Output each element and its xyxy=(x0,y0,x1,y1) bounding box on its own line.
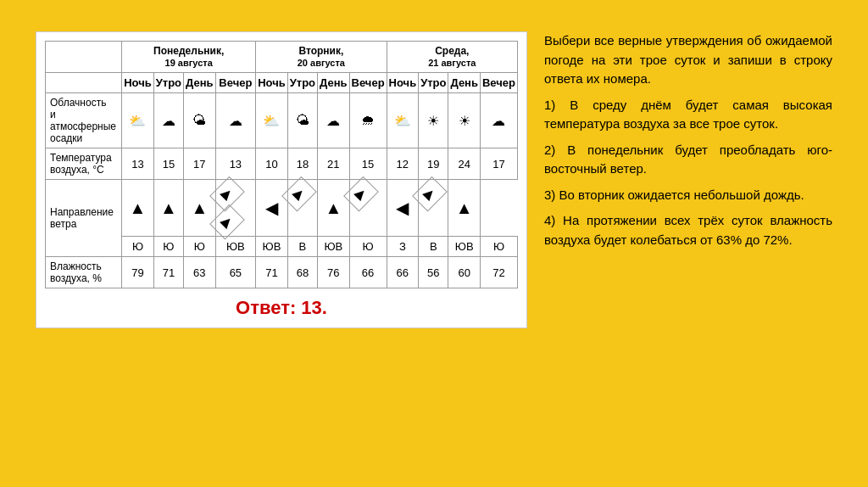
hum-2-2: 68 xyxy=(287,257,317,288)
wind-3-4: Ю xyxy=(480,237,517,257)
answer-section: Ответ: 13. xyxy=(45,297,518,319)
temp-1-3: 17 xyxy=(184,148,216,180)
cloud-1-3: 🌤 xyxy=(184,93,216,148)
item-2: 2) В понедельник будет преобладать юго-в… xyxy=(544,141,832,179)
day-header-1: Понедельник,19 августа xyxy=(122,42,256,73)
temp-3-1: 12 xyxy=(387,148,419,180)
wind-2-1: ЮВ xyxy=(256,237,288,257)
time-1-2: Утро xyxy=(153,73,183,93)
wind-2-2: В xyxy=(287,237,317,257)
cloud-3-2: ☀ xyxy=(419,93,448,148)
temp-3-3: 24 xyxy=(448,148,481,180)
hum-3-4: 72 xyxy=(480,257,517,288)
humidity-row: Влажностьвоздуха, % 79 71 63 65 71 68 76… xyxy=(46,257,518,288)
hum-3-2: 56 xyxy=(419,257,448,288)
wind-1-4: ЮВ xyxy=(215,237,256,257)
time-2-1: Ночь xyxy=(256,73,288,93)
day-header-3: Среда,21 августа xyxy=(387,42,517,73)
cloud-2-3: ☁ xyxy=(318,93,350,148)
cloud-2-4: 🌧 xyxy=(349,93,387,148)
question-title: Выбери все верные утверждения об ожидаем… xyxy=(544,31,832,89)
wind-1-2: Ю xyxy=(153,237,183,257)
wind-2-3: ЮВ xyxy=(318,237,350,257)
item-3: 3) Во вторник ожидается небольшой дождь. xyxy=(544,186,832,205)
wind-3-3: ЮВ xyxy=(448,237,481,257)
wind-arrow-row: Направлениеветра ▲ ▲ ▲ ▲ ▲ ◀ ▲ ▲ ▲ ◀ ▲ ▲ xyxy=(46,180,518,237)
hum-2-3: 76 xyxy=(318,257,350,288)
temp-2-2: 18 xyxy=(287,148,317,180)
arrow-1-1: ▲ xyxy=(122,180,154,237)
hum-3-3: 60 xyxy=(448,257,481,288)
cloud-label: Облачностьи атмосферныеосадки xyxy=(46,93,122,148)
temp-3-2: 19 xyxy=(419,148,448,180)
temp-2-1: 10 xyxy=(256,148,288,180)
cloud-1-1: ⛅ xyxy=(122,93,154,148)
wind-3-2: В xyxy=(419,237,448,257)
hum-1-2: 71 xyxy=(153,257,183,288)
wind-label: Направлениеветра xyxy=(46,180,122,257)
arrow-1-3: ▲ xyxy=(184,180,216,237)
main-container: Понедельник,19 августа Вторник,20 август… xyxy=(19,14,849,473)
temp-2-4: 15 xyxy=(349,148,387,180)
item-4: 4) На протяжении всех трёх суток влажнос… xyxy=(544,211,832,249)
sub-empty xyxy=(46,73,122,93)
arrow-3-4: ▲ xyxy=(448,180,481,237)
arrow-3-2: ◀ xyxy=(387,180,419,237)
arrow-2-2: ◀ xyxy=(256,180,288,237)
time-1-4: Вечер xyxy=(215,73,256,93)
time-3-1: Ночь xyxy=(387,73,419,93)
day-header-2: Вторник,20 августа xyxy=(256,42,387,73)
cloud-2-2: 🌤 xyxy=(287,93,317,148)
wind-1-1: Ю xyxy=(122,237,154,257)
temp-1-4: 13 xyxy=(215,148,256,180)
answer-text: Ответ: 13. xyxy=(236,297,327,318)
wind-2-4: Ю xyxy=(349,237,387,257)
humidity-label: Влажностьвоздуха, % xyxy=(46,257,122,288)
cloud-3-4: ☁ xyxy=(480,93,517,148)
table-section: Понедельник,19 августа Вторник,20 август… xyxy=(36,31,527,328)
time-1-3: День xyxy=(184,73,216,93)
cloud-1-4: ☁ xyxy=(215,93,256,148)
temp-row: Температуравоздуха, °С 13 15 17 13 10 18… xyxy=(46,148,518,180)
empty-header xyxy=(46,42,122,73)
hum-2-1: 71 xyxy=(256,257,288,288)
hum-1-1: 79 xyxy=(122,257,154,288)
time-2-4: Вечер xyxy=(349,73,387,93)
wind-1-3: Ю xyxy=(184,237,216,257)
wind-3-1: З xyxy=(387,237,419,257)
hum-1-4: 65 xyxy=(215,257,256,288)
time-3-4: Вечер xyxy=(480,73,517,93)
arrow-1-2: ▲ xyxy=(153,180,183,237)
time-3-3: День xyxy=(448,73,481,93)
temp-1-2: 15 xyxy=(153,148,183,180)
time-2-3: День xyxy=(318,73,350,93)
item-1: 1) В среду днём будет самая высокая темп… xyxy=(544,96,832,134)
time-2-2: Утро xyxy=(287,73,317,93)
hum-3-1: 66 xyxy=(387,257,419,288)
text-section: Выбери все верные утверждения об ожидаем… xyxy=(544,31,832,256)
arrow-2-4: ▲ xyxy=(318,180,350,237)
temp-2-3: 21 xyxy=(318,148,350,180)
temp-1-1: 13 xyxy=(122,148,154,180)
time-3-2: Утро xyxy=(419,73,448,93)
temp-label: Температуравоздуха, °С xyxy=(46,148,122,180)
cloud-1-2: ☁ xyxy=(153,93,183,148)
cloud-row: Облачностьи атмосферныеосадки ⛅ ☁ 🌤 ☁ ⛅ … xyxy=(46,93,518,148)
weather-table: Понедельник,19 августа Вторник,20 август… xyxy=(45,41,518,288)
hum-2-4: 66 xyxy=(349,257,387,288)
cloud-3-3: ☀ xyxy=(448,93,481,148)
temp-3-4: 17 xyxy=(480,148,517,180)
time-1-1: Ночь xyxy=(122,73,154,93)
hum-1-3: 63 xyxy=(184,257,216,288)
cloud-3-1: ⛅ xyxy=(387,93,419,148)
cloud-2-1: ⛅ xyxy=(256,93,288,148)
